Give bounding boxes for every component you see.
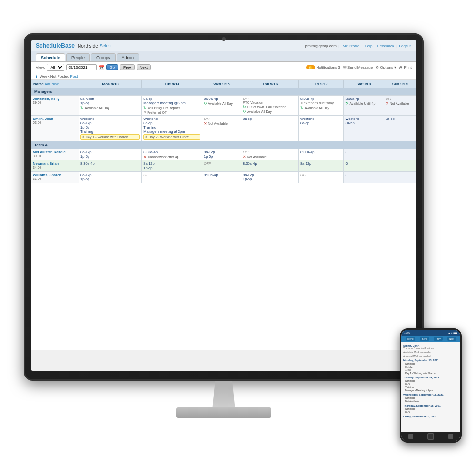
help-link[interactable]: Help [365, 44, 372, 48]
table-row: Johnston, Kelly 39.50 8a-Noon1p-5p ↻ Ava… [31, 96, 416, 116]
smith-fri: Westend8a-5p [298, 116, 343, 141]
tab-admin[interactable]: Admin [117, 53, 139, 61]
phone-prev-btn[interactable]: Prev [434, 337, 442, 341]
add-new-link[interactable]: Add New [45, 82, 58, 86]
smith-tue: Westend8a-5pTrainingManagers meeting at … [142, 116, 202, 141]
notifications-badge[interactable]: 🔔 Notifications 3 [306, 65, 340, 69]
brian-sat: G [344, 160, 384, 172]
avail-icon: ↻ [243, 105, 246, 109]
pref-off: ↻ Preferred Off [143, 110, 200, 114]
phone-next-btn[interactable]: Next [447, 337, 456, 341]
shift: 8a-Noon1p-5p [80, 97, 140, 105]
employee-name-kelly[interactable]: Johnston, Kelly [33, 97, 77, 101]
calendar-icon[interactable]: 📅 [99, 65, 104, 70]
shift: 8a-12p1p-5p [143, 161, 200, 170]
tab-groups[interactable]: Groups [91, 53, 116, 61]
phone-notification-2: Available: Work as needed [403, 351, 458, 354]
tab-people[interactable]: People [66, 53, 90, 61]
toolbar-right: 🔔 Notifications 3 ✉ Send Message ⚙ Optio… [306, 65, 412, 69]
post-link[interactable]: Post [70, 74, 78, 79]
kelly-sat: 8:30a-4p ↻ Available Until 4p [344, 96, 384, 116]
employee-name-brian[interactable]: Newman, Brian [33, 161, 77, 166]
notif-count: 🔔 [306, 65, 315, 69]
shift: 8a-12p1p-5p [243, 173, 297, 181]
monitor-screen: ScheduleBase Northside Select jsmith@gco… [31, 40, 416, 371]
col-wed: Wed 9/15 [202, 80, 241, 88]
view-select[interactable]: All [47, 64, 64, 71]
smith-sun: 8a-5p [384, 116, 416, 141]
availability: ✕ Not Available [204, 121, 239, 126]
employee-cell-smith: Smith, John 53.00 [31, 116, 79, 141]
app-location: Northside [78, 43, 98, 49]
off-label: OFF [300, 173, 342, 177]
kelly-mon: 8a-Noon1p-5p ↻ Available All Day [79, 96, 142, 116]
shift: 8a-12p1p-5p [80, 150, 140, 159]
avail-icon: ↻ [143, 106, 147, 110]
group-managers: Managers [31, 88, 416, 96]
options-btn[interactable]: ⚙ Options ▾ [376, 65, 396, 69]
phone-status-bar: 10:00 ▲ ● ■■■ [401, 330, 460, 336]
go-button[interactable]: Go [106, 64, 118, 70]
feedback-link[interactable]: Feedback [377, 44, 394, 48]
logo-base: Base [61, 42, 75, 49]
app-ui: ScheduleBase Northside Select jsmith@gco… [31, 40, 416, 371]
date-input[interactable] [66, 64, 97, 70]
employee-name-smith[interactable]: Smith, John [33, 117, 77, 121]
app-logo: ScheduleBase [36, 42, 75, 49]
logout-link[interactable]: Logout [399, 44, 411, 48]
select-link[interactable]: Select [100, 43, 112, 48]
prev-button[interactable]: Prev [120, 64, 134, 70]
phone-sync-btn[interactable]: Sync [420, 337, 429, 341]
shift: 8a-12p1p-5p [80, 173, 140, 181]
shift: 8:30a-4p [204, 173, 239, 177]
off-label: OFF [143, 173, 200, 177]
shift: G [345, 161, 382, 166]
phone-notification-3: Approval Work as needed [403, 355, 458, 357]
send-message-btn[interactable]: ✉ Send Message [343, 65, 373, 69]
brian-sun [384, 160, 416, 172]
table-row: Smith, John 53.00 Westend8a-12p1p-5pTrai… [31, 116, 416, 141]
unavail-icon: ✕ [204, 121, 207, 126]
view-label: View: [36, 65, 45, 69]
shift: 8:30a-4p [243, 161, 297, 166]
phone-day-4-header: Thursday, September 16, 2021 [403, 404, 458, 407]
employee-name-randle[interactable]: McCallister, Randle [33, 150, 77, 154]
avail-icon: ↻ [204, 101, 207, 106]
availability: ↻ Out of town. Call if needed. [243, 105, 297, 109]
phone-home-btn[interactable] [427, 433, 434, 440]
phone-menu-btn[interactable]: Menu [406, 337, 416, 341]
next-button[interactable]: Next [137, 64, 151, 70]
randle-tue: 8:30a-4p ✕ Cannot work after 4p [142, 149, 202, 160]
print-btn[interactable]: 🖨 Print [399, 65, 412, 69]
shift: 8:30a-4p [345, 97, 382, 101]
shift-note: PTO Vacation [243, 101, 297, 104]
availability: ↻ Available All Day [204, 101, 239, 106]
phone-shift: NorthsideNot Available [405, 397, 458, 403]
tab-schedule[interactable]: Schedule [36, 53, 65, 61]
shift: Westend8a-5p [345, 117, 382, 125]
col-tue: Tue 9/14 [142, 80, 202, 88]
monitor-bezel: ScheduleBase Northside Select jsmith@gco… [24, 33, 424, 381]
logo-schedule: Schedule [36, 42, 61, 49]
sharon-mon: 8a-12p1p-5p [79, 172, 142, 183]
header-right: jsmith@gcorp.com | My Profile | Help | F… [305, 44, 412, 48]
avail-icon: ↻ [243, 109, 246, 114]
phone-day-3-header: Wednesday, September 15, 2021 [403, 393, 458, 396]
brian-thu: 8:30a-4p [241, 160, 298, 172]
availability: ↻ Will Bring TPS reports. [143, 106, 200, 110]
phone-day-2-header: Tuesday, September 14, 2021 [403, 376, 458, 379]
col-thu: Thu 9/16 [241, 80, 298, 88]
monitor-stand-neck [209, 381, 238, 409]
phone-back-btn[interactable] [408, 434, 413, 439]
col-mon: Mon 9/13 [79, 80, 142, 88]
randle-sat: 8 [344, 149, 384, 160]
randle-fri: 8:30a-4p [298, 149, 343, 160]
availability: ✕ Cannot work after 4p [143, 155, 200, 159]
name-label: Name [33, 82, 44, 86]
phone-menu-dots-btn[interactable] [448, 434, 453, 439]
phone-screen: 10:00 ▲ ● ■■■ Menu Sync Prev Next Smith,… [401, 330, 460, 441]
employee-name-sharon[interactable]: Williams, Sharon [33, 173, 77, 177]
my-profile-link[interactable]: My Profile [343, 44, 360, 48]
brian-wed: OFF [202, 160, 241, 172]
smith-sat: Westend8a-5p [344, 116, 384, 141]
